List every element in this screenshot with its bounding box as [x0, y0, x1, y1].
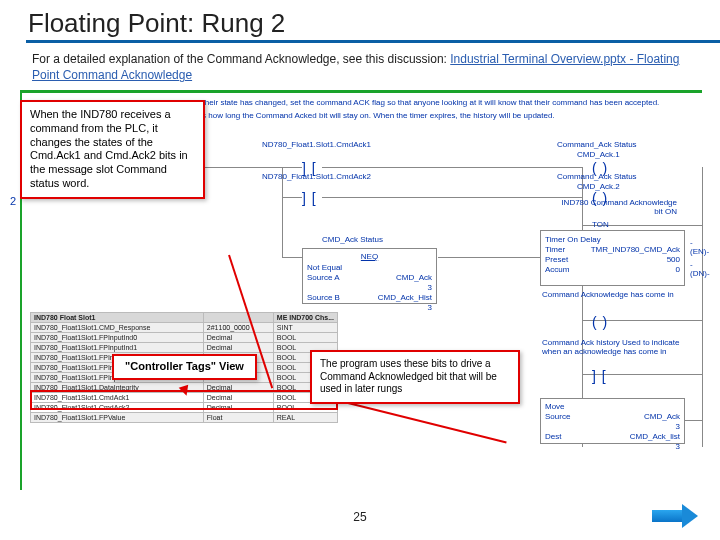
wire — [438, 257, 540, 258]
wire — [282, 257, 302, 258]
ton-row2r: TMR_IND780_CMD_Ack — [591, 245, 680, 254]
mov-dst-l: Dest — [545, 432, 561, 441]
neq-srcA-r: CMD_Ack — [396, 273, 432, 282]
table-cell: REAL — [273, 413, 337, 423]
coil-ack-in-desc: Command Acknowledge has come in — [542, 290, 682, 299]
table-cell: 2#1100_0000 — [203, 323, 273, 333]
table-cell: Decimal — [203, 393, 273, 403]
neq-header: NEQ — [307, 252, 432, 261]
wire — [282, 197, 302, 198]
neq-srcB-l: Source B — [307, 293, 340, 302]
ton-en: -(EN)- — [690, 238, 709, 256]
neq-label: Not Equal — [307, 263, 432, 272]
ton-row4r: 0 — [676, 265, 680, 274]
table-cell: IND780_Float1Slot1.FPInputInd0 — [31, 333, 204, 343]
slide-title: Floating Point: Rung 2 — [28, 8, 720, 39]
table-cell: SINT — [273, 323, 337, 333]
table-cell: BOOL — [273, 403, 337, 413]
ton-row4l: Accum — [545, 265, 569, 274]
table-cell: Decimal — [203, 403, 273, 413]
coil-ack-in — [592, 314, 608, 330]
arrow-shaft — [652, 510, 682, 522]
callout-left-explain: When the IND780 receives a command from … — [20, 100, 205, 199]
mov-src-v: 3 — [676, 422, 680, 431]
mov-dst-r: CMD_Ack_list — [630, 432, 680, 441]
mov-dst-v: 3 — [676, 442, 680, 451]
page-number: 25 — [0, 510, 720, 524]
neq-srcA-v: 3 — [428, 283, 432, 292]
rail-top — [22, 90, 702, 93]
wire — [322, 167, 582, 168]
neq-title: CMD_Ack Status — [322, 235, 383, 244]
table-row: IND780_Float1Slot1.CmdAck2DecimalBOOL — [31, 403, 338, 413]
contact-cmdack1-tag: ND780_Float1.Slot1.CmdAck1 — [262, 140, 371, 149]
table-cell: IND780_Float1Slot1.CmdAck2 — [31, 403, 204, 413]
coil-cmdack1-desc: Command_Ack Status — [557, 140, 637, 149]
ton-dn: -(DN)- — [690, 260, 710, 278]
neq-srcB-r: CMD_Ack_Hist — [378, 293, 432, 302]
callout-program: The program uses these bits to drive a C… — [310, 350, 520, 404]
neq-block: NEQ Not Equal Source ACMD_Ack 3 Source B… — [302, 248, 437, 304]
arrow-head — [682, 504, 698, 528]
coil-cmdack2-desc: Command_Ack Status — [557, 172, 637, 181]
mov-src-r: CMD_Ack — [644, 412, 680, 421]
rung-number: 2 — [10, 195, 16, 207]
callout-tags-view: "Controller Tags" View — [112, 354, 257, 380]
table-cell: IND780_Float1Slot1.DataIntegrity — [31, 383, 204, 393]
table-cell: Decimal — [203, 343, 273, 353]
mov-block: Move SourceCMD_Ack 3 DestCMD_Ack_list 3 — [540, 398, 685, 444]
table-cell: Decimal — [203, 383, 273, 393]
slide: Floating Point: Rung 2 For a detailed ex… — [0, 0, 720, 540]
contact-cmdack2-tag: ND780_Float1.Slot1.CmdAck2 — [262, 172, 371, 181]
coil-timer-desc: IND780 Command Acknowledge bit ON — [557, 198, 677, 216]
table-row: IND780_Float1Slot1.FPValueFloatREAL — [31, 413, 338, 423]
table-cell: IND780_Float1Slot1.CmdAck1 — [31, 393, 204, 403]
intro-text: For a detailed explanation of the Comman… — [0, 39, 720, 83]
table-cell: Decimal — [203, 333, 273, 343]
table-header-cell — [203, 313, 273, 323]
table-cell: IND780_Float1Slot1.FPValue — [31, 413, 204, 423]
title-bar: Floating Point: Rung 2 — [0, 0, 720, 39]
table-row: IND780_Float1Slot1.FPInputInd0DecimalBOO… — [31, 333, 338, 343]
coil-cmdack2-tag: CMD_Ack.2 — [577, 182, 620, 191]
ton-row2l: Timer — [545, 245, 565, 254]
mov-src-l: Source — [545, 412, 570, 421]
table-cell: Float — [203, 413, 273, 423]
table-cell: IND780_Float1Slot1.FPInputInd1 — [31, 343, 204, 353]
table-cell: IND780_Float1Slot1.CMD_Response — [31, 323, 204, 333]
table-row: IND780_Float1Slot1.CMD_Response2#1100_00… — [31, 323, 338, 333]
ton-row3r: 500 — [667, 255, 680, 264]
ton-block: Timer On Delay TimerTMR_IND780_CMD_Ack P… — [540, 230, 685, 286]
ton-title: TON — [592, 220, 609, 229]
table-cell: BOOL — [273, 333, 337, 343]
next-arrow-icon[interactable] — [652, 504, 698, 528]
ton-row3l: Preset — [545, 255, 568, 264]
table-header-cell: ME IND700 Chs... — [273, 313, 337, 323]
neq-srcA-l: Source A — [307, 273, 339, 282]
coil-cmdack1-tag: CMD_Ack.1 — [577, 150, 620, 159]
contact-ack-hist-desc: Command Ack history Used to indicate whe… — [542, 338, 682, 356]
ton-row1: Timer On Delay — [545, 235, 601, 244]
table-header-cell: IND780 Float Slot1 — [31, 313, 204, 323]
rung-comment-line2: The timer controls how long the Command … — [142, 111, 687, 121]
neq-srcB-v: 3 — [428, 303, 432, 312]
title-underline — [26, 40, 720, 43]
contact-cmdack2 — [302, 190, 317, 206]
wire — [322, 197, 582, 198]
wire — [702, 167, 703, 447]
intro-prefix: For a detailed explanation of the Comman… — [32, 52, 450, 66]
table-row: IND780_Float1Slot1.FPInputInd1DecimalBOO… — [31, 343, 338, 353]
contact-ack-hist — [592, 368, 607, 384]
mov-header: Move — [545, 402, 680, 411]
